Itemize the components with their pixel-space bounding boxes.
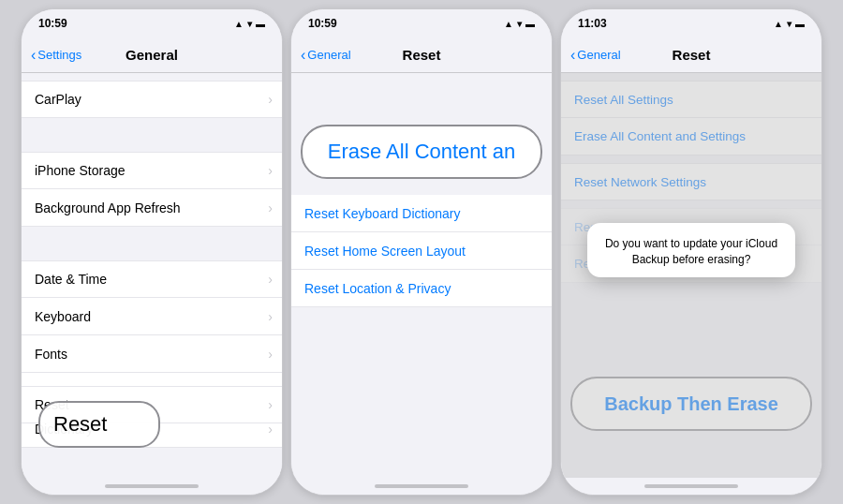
back-button-2[interactable]: ‹ General [301,47,351,64]
erase-callout-text: Erase All Content an [328,140,516,164]
content-3: Reset All Settings Erase All Content and… [561,73,821,478]
content-1: CarPlay › iPhone Storage › Background Ap… [22,73,282,478]
back-chevron-3: ‹ [570,47,575,64]
status-time-1: 10:59 [38,17,67,30]
row-iphone-storage[interactable]: iPhone Storage › [22,152,282,189]
separator-2 [22,227,282,253]
signal-icon-2: ▲ [504,19,513,29]
phone-2: 10:59 ▲ ▾ ▬ ‹ General Reset Erase All Co… [290,8,553,496]
sep-a [291,185,552,195]
row-label-storage: iPhone Storage [35,163,126,178]
chevron-bg: › [268,200,273,215]
separator-1 [22,118,282,144]
back-chevron-1: ‹ [31,47,36,64]
erase-callout: Erase All Content an [301,125,542,179]
back-label-3: General [577,48,620,62]
chevron-fonts: › [268,347,273,362]
status-time-3: 11:03 [578,17,607,30]
settings-group-2: iPhone Storage › Background App Refresh … [22,152,282,227]
chevron-reset: › [268,397,273,412]
nav-title-1: General [126,47,178,63]
row-label-keyboard: Keyboard [35,309,91,324]
nav-bar-3: ‹ General Reset [561,37,821,73]
reset-callout-text: Reset [53,412,107,437]
status-time-2: 10:59 [308,17,337,30]
home-bar-1 [105,484,199,488]
nav-bar-2: ‹ General Reset [291,37,552,73]
status-icons-3: ▲ ▾ ▬ [774,19,805,29]
status-icons-1: ▲ ▾ ▬ [234,19,265,29]
row-label-bg: Background App Refresh [35,200,181,215]
status-bar-2: 10:59 ▲ ▾ ▬ [291,9,552,37]
chevron-storage: › [268,163,273,178]
home-indicator-1 [22,478,282,495]
wifi-icon-3: ▾ [787,19,791,29]
back-button-3[interactable]: ‹ General [570,47,621,64]
alert-text: Do you want to update your iCloud Backup… [602,236,780,268]
battery-icon-1: ▬ [256,19,265,29]
row-datetime[interactable]: Date & Time › [22,260,282,298]
signal-icon-3: ▲ [774,19,783,29]
label-reset-keyboard: Reset Keyboard Dictionary [304,206,461,221]
chevron-carplay: › [268,92,273,107]
nav-title-3: Reset [673,47,711,63]
nav-title-2: Reset [403,47,441,63]
label-reset-location-privacy: Reset Location & Privacy [304,281,451,296]
content-2: Erase All Content an Reset Keyboard Dict… [291,73,552,478]
chevron-keyboard: › [268,309,273,324]
wifi-icon-1: ▾ [247,19,252,29]
status-icons-2: ▲ ▾ ▬ [504,19,535,29]
back-label-2: General [307,48,350,62]
reset-item-keyboard[interactable]: Reset Keyboard Dictionary [291,195,552,232]
battery-icon-2: ▬ [525,19,535,29]
nav-bar-1: ‹ Settings General [22,37,282,73]
wifi-icon-2: ▾ [517,19,522,29]
back-button-1[interactable]: ‹ Settings [31,47,81,64]
signal-icon-1: ▲ [234,19,244,29]
row-label-datetime: Date & Time [35,272,107,287]
settings-group-1: CarPlay › [22,81,282,118]
phone-3: 11:03 ▲ ▾ ▬ ‹ General Reset Reset All Se… [560,8,822,496]
row-label-fonts: Fonts [35,347,67,362]
row-carplay[interactable]: CarPlay › [22,81,282,118]
chevron-datetime: › [268,272,273,287]
row-fonts[interactable]: Fonts › [22,335,282,373]
back-chevron-2: ‹ [301,47,305,64]
reset-items-group: Reset Keyboard Dictionary Reset Home Scr… [291,185,552,307]
phone-1: 10:59 ▲ ▾ ▬ ‹ Settings General CarPlay ›… [21,8,283,496]
home-indicator-3 [561,478,821,495]
home-bar-2 [375,484,468,488]
home-indicator-2 [291,478,552,495]
home-bar-3 [644,484,738,488]
status-bar-3: 11:03 ▲ ▾ ▬ [561,9,821,37]
separator-3 [22,448,282,474]
reset-item-home[interactable]: Reset Home Screen Layout [291,232,552,270]
reset-item-location[interactable]: Reset Location & Privacy [291,270,552,307]
row-keyboard[interactable]: Keyboard › [22,298,282,335]
alert-dialog: Do you want to update your iCloud Backup… [587,223,795,277]
back-label-1: Settings [37,48,81,62]
row-bg-refresh[interactable]: Background App Refresh › [22,189,282,227]
battery-icon-3: ▬ [795,19,805,29]
label-reset-home: Reset Home Screen Layout [304,244,466,259]
reset-callout: Reset [38,401,160,448]
row-label-carplay: CarPlay [35,92,81,107]
status-bar-1: 10:59 ▲ ▾ ▬ [22,9,282,37]
